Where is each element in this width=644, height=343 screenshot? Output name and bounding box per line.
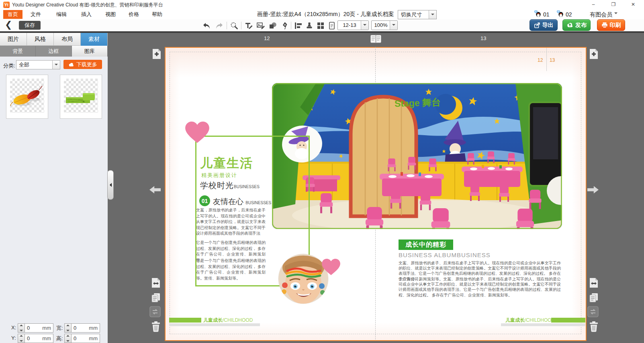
footer-shadow-right (501, 323, 585, 326)
width-input[interactable]: 0mm (71, 323, 100, 333)
tab-styles[interactable]: 风格 (27, 33, 54, 46)
grid-view-button[interactable] (316, 21, 325, 30)
design-number-badge[interactable]: 01 (199, 195, 210, 206)
footer-right-en: /CHILDHOOD (525, 317, 555, 323)
subtab-gallery[interactable]: 图库 (72, 46, 108, 57)
menu-item-price[interactable]: 价格 (127, 10, 141, 19)
redo-button[interactable] (215, 21, 224, 30)
y-input[interactable]: 0mm (25, 334, 53, 343)
design-right-heading[interactable]: 成长中的精彩 (399, 239, 453, 250)
qq-penguin-icon[interactable] (534, 10, 541, 17)
copy-page-button[interactable] (588, 292, 599, 304)
pen-tool-button[interactable] (280, 21, 290, 30)
export-button[interactable]: 导出 (530, 19, 558, 31)
design-page-number-right: 13 (550, 57, 555, 63)
download-more-button[interactable]: 下载更多 (63, 60, 102, 69)
design-subtitle[interactable]: 精美画册设计 (201, 172, 237, 179)
undo-button[interactable] (202, 21, 211, 30)
magic-select-button[interactable] (229, 21, 239, 30)
export-icon (534, 22, 540, 28)
stage-wall-label: Stage 舞台 (395, 97, 441, 109)
category-label: 分类: (3, 62, 15, 69)
design-item-title[interactable]: 友情在心 BUSINESSES (213, 197, 271, 207)
tab-layout[interactable]: 布局 (54, 33, 81, 46)
design-title[interactable]: 儿童生活 (200, 155, 253, 172)
app-title: Youtu Designer Creative Cloud 有图-领先的创意、营… (12, 2, 163, 8)
printer-icon (601, 22, 608, 28)
spread-view-icon[interactable] (370, 35, 381, 43)
design-paragraph-1[interactable]: 文案，原指放书的桌子，后来指在桌子上写字的人。现在指的是公司或企业中从事文字工作… (196, 207, 266, 237)
align-tool-button[interactable] (293, 21, 303, 30)
delete-page-button[interactable] (588, 321, 599, 333)
x-input[interactable]: 0mm (25, 323, 53, 333)
swap-page-button-disabled[interactable] (587, 306, 599, 318)
image-edit-button[interactable] (256, 21, 266, 30)
design-section-title[interactable]: 学校时光BUSINESSES (200, 180, 260, 191)
menu-item-view[interactable]: 视图 (104, 10, 117, 19)
y-label: Y: (11, 335, 16, 341)
kid-photo-circle[interactable] (278, 254, 328, 304)
design-paragraph-3[interactable]: 它是一个与广告创意先后相继的表现的过程、发展的过程、深化的过程， 多存在于广告公… (196, 258, 266, 281)
print-button[interactable]: 印刷 (597, 19, 625, 31)
y-value: 0 (27, 335, 30, 341)
delete-page-button[interactable] (150, 321, 162, 333)
page-range-dropdown[interactable]: 12-13 (337, 20, 369, 30)
close-button[interactable]: ✕ (627, 0, 639, 9)
menu-item-insert[interactable]: 插入 (80, 10, 93, 19)
x-stepper[interactable] (18, 323, 25, 333)
member-dropdown[interactable]: 有图会员 (590, 11, 617, 18)
height-stepper[interactable] (64, 334, 72, 343)
menu-item-home[interactable]: 首页 (3, 10, 22, 19)
material-thumbnail-ribbon[interactable] (60, 75, 102, 119)
text-edit-button[interactable] (244, 21, 254, 30)
design-right-paragraph-2[interactable]: 企业宣传、新闻策划等。文案、原指放书的桌子、后来指在桌子上写字的人。现在指的是公… (399, 276, 561, 298)
switch-size-dropdown[interactable]: 切换尺寸 (398, 10, 437, 19)
width-label: 宽: (56, 325, 63, 332)
tab-materials[interactable]: 素材 (81, 33, 108, 46)
heart-decoration-small[interactable] (322, 259, 340, 276)
design-section-cn: 学校时光 (200, 181, 234, 190)
menu-item-edit[interactable]: 编辑 (55, 10, 68, 19)
resize-page-button[interactable] (150, 277, 162, 289)
resize-page-button[interactable] (588, 277, 599, 289)
design-section-en: BUSINESSES (234, 185, 260, 189)
menu-item-help[interactable]: 帮助 (150, 10, 164, 19)
menu-item-file[interactable]: 文件 (29, 10, 43, 19)
maximize-button[interactable]: ❐ (607, 0, 619, 9)
material-thumbnail-leaves[interactable] (6, 75, 48, 119)
stamp-tool-button[interactable] (305, 21, 314, 30)
subtab-borders[interactable]: 边框 (36, 46, 72, 57)
subtab-backgrounds[interactable]: 背景 (0, 46, 36, 57)
save-button[interactable]: 保存 (19, 21, 41, 30)
qq-penguin-icon[interactable] (557, 10, 564, 17)
category-dropdown[interactable]: 全部 (16, 60, 60, 69)
publish-button[interactable]: 发布 (562, 19, 591, 31)
y-unit: mm (42, 335, 51, 341)
sidebar-collapse-handle[interactable] (107, 170, 114, 200)
heart-decoration[interactable] (185, 122, 209, 144)
x-label: X: (11, 325, 16, 331)
zoom-level-dropdown[interactable]: 100% (371, 20, 398, 30)
add-page-button[interactable] (151, 48, 162, 60)
swap-page-button-disabled[interactable] (149, 306, 161, 318)
height-input[interactable]: 0mm (71, 334, 100, 343)
prev-spread-button[interactable] (149, 184, 161, 196)
print-label: 印刷 (610, 22, 621, 29)
chevron-left-icon (108, 183, 112, 187)
add-page-button[interactable] (588, 48, 599, 60)
footer-bar-left (169, 318, 201, 323)
y-stepper[interactable] (18, 334, 25, 343)
shape-tool-button[interactable] (268, 21, 278, 30)
qq-account-2[interactable]: 02 (566, 11, 572, 18)
qq-account-1[interactable]: 01 (543, 11, 550, 18)
design-page-number-left: 12 (538, 57, 543, 63)
back-button[interactable]: ❮ (5, 20, 12, 30)
tab-images[interactable]: 图片 (0, 33, 27, 46)
next-spread-button[interactable] (587, 184, 599, 196)
minimize-button[interactable]: – (587, 0, 599, 9)
toolbar-separator (227, 22, 227, 29)
page-view-button[interactable] (327, 21, 337, 30)
width-stepper[interactable] (64, 323, 72, 333)
stage-classroom-photo[interactable]: Stage 舞台 (272, 83, 562, 229)
copy-page-button[interactable] (150, 292, 162, 304)
